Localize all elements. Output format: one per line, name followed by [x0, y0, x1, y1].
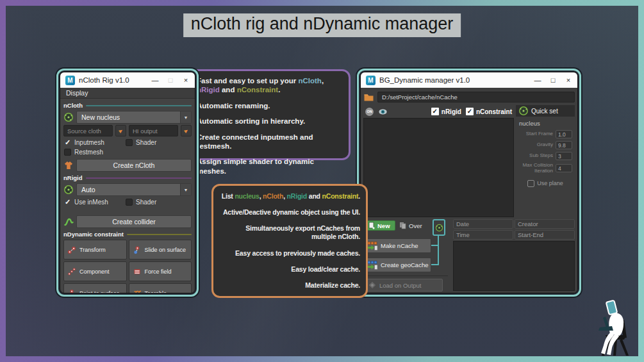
maximize-button[interactable]: □ — [163, 76, 178, 84]
new-cache-button[interactable]: New — [366, 220, 395, 231]
over-pages-icon — [399, 222, 407, 229]
check-icon: ✓ — [466, 108, 474, 115]
transform-constraint-icon — [67, 245, 76, 254]
start-frame-label: Start Frame — [521, 131, 553, 137]
connector-line — [431, 264, 438, 265]
cache-path-field[interactable]: D:/setProject/cache/nCache — [377, 92, 575, 103]
pick-output-button[interactable]: ► — [181, 125, 192, 136]
checkbox-use-inmesh[interactable]: ✓ Use inMesh — [63, 198, 125, 206]
create-collider-button[interactable]: Create collider — [76, 215, 192, 228]
note-line: Automatic sorting in hierarchy. — [197, 117, 343, 126]
cache-table: Date Creator Time Start-End — [453, 219, 575, 291]
rigid-mode-dropdown[interactable]: Auto ▼ — [76, 183, 192, 196]
sub-steps-field[interactable]: 3 — [556, 152, 572, 160]
cache-actions-panel: New Over Make nCache Create — [363, 219, 450, 291]
check-icon: ✓ — [63, 138, 72, 147]
filter-nrigid-checkbox[interactable]: ✓ nRigid — [431, 108, 461, 115]
gravity-label: Gravity — [521, 142, 553, 148]
pick-arrow-icon: ► — [182, 126, 190, 135]
manager-titlebar[interactable]: M BG_Dynamic manager v1.0 — □ × — [361, 72, 577, 88]
ncache-icon — [367, 241, 378, 251]
reading-person-logo — [590, 298, 638, 358]
window-title: nCloth Rig v1.0 — [79, 76, 129, 84]
make-ncache-button[interactable]: Make nCache — [365, 238, 431, 253]
nucleus-icon — [518, 106, 529, 116]
filter-nconstraint-checkbox[interactable]: ✓ nConstraint — [466, 108, 512, 115]
nucleus-icon — [63, 112, 74, 122]
checkbox-empty — [126, 139, 133, 146]
hi-output-field[interactable]: HI output — [129, 125, 178, 136]
check-icon: ✓ — [431, 108, 439, 115]
constraint-tearable-button[interactable]: Tearable — [129, 283, 192, 293]
quick-set-header[interactable]: Quick set — [516, 105, 575, 117]
point-to-surface-constraint-icon — [67, 289, 76, 294]
nucleus-accent: nucleus — [235, 192, 259, 200]
section-ncloth[interactable]: nCloth — [63, 101, 192, 110]
table-header-date: Date — [453, 219, 513, 229]
component-constraint-icon — [67, 267, 76, 276]
max-collision-iteration-field[interactable]: 4 — [556, 164, 572, 172]
constraint-component-button[interactable]: Component — [63, 261, 127, 281]
section-nrigid[interactable]: nRigid — [63, 174, 192, 182]
nucleus-dropdown[interactable]: New nucleus ▼ — [76, 111, 192, 124]
new-page-icon — [368, 222, 376, 229]
pick-source-button[interactable]: ► — [115, 125, 126, 136]
on-toggle-icon[interactable]: ON — [365, 108, 374, 116]
maya-app-icon: M — [366, 76, 376, 85]
cache-list[interactable] — [453, 241, 575, 291]
ncloth-rig-window: M nCloth Rig v1.0 — □ × Display nCloth N… — [56, 69, 199, 297]
chevron-down-icon: ▼ — [180, 184, 191, 195]
connector-line — [438, 236, 439, 265]
dynamic-object-list[interactable] — [363, 118, 514, 217]
geocache-icon — [367, 260, 378, 270]
load-on-output-button[interactable]: Load on Output — [365, 279, 443, 292]
checkbox-shader-cloth[interactable]: Shader — [125, 139, 156, 146]
divider — [363, 276, 448, 276]
note-line: Easy load/clear cache. — [219, 265, 360, 274]
slide-on-surface-constraint-icon — [133, 245, 142, 254]
ncloth-rig-titlebar[interactable]: M nCloth Rig v1.0 — □ × — [60, 72, 195, 88]
source-cloth-field[interactable]: Source cloth — [63, 125, 113, 136]
collider-icon — [63, 217, 74, 227]
checkbox-inputmesh[interactable]: ✓ Inputmesh — [63, 138, 125, 147]
nucleus-icon — [63, 185, 74, 195]
start-frame-field[interactable]: 1.0 — [556, 130, 572, 138]
use-plane-checkbox[interactable]: Use plane — [516, 180, 575, 187]
maximize-button[interactable]: □ — [545, 76, 561, 84]
check-icon: ✓ — [63, 198, 72, 206]
folder-icon[interactable] — [363, 92, 374, 102]
minimize-button[interactable]: — — [147, 76, 163, 84]
max-collision-iteration-label: Max Collision Iteration — [521, 163, 553, 174]
constraint-transform-button[interactable]: Transform — [63, 240, 127, 259]
sub-steps-label: Sub Steps — [521, 153, 553, 159]
close-button[interactable]: × — [178, 76, 194, 84]
checkbox-restmesh[interactable]: Restmesh — [63, 149, 103, 156]
note-line: Active/Deactive dynamic object using the… — [219, 208, 360, 217]
note-line: List nucleus, nCloth, nRigid and nConstr… — [219, 192, 360, 201]
minimize-button[interactable]: — — [530, 76, 545, 84]
menu-display[interactable]: Display — [66, 89, 88, 97]
pick-arrow-icon: ► — [117, 126, 125, 135]
constraint-force-field-button[interactable]: Force field — [129, 261, 192, 281]
nucleus-label: nucleus — [516, 117, 575, 129]
close-button[interactable]: × — [561, 76, 576, 84]
over-cache-option[interactable]: Over — [399, 220, 422, 231]
maya-app-icon: M — [65, 76, 75, 85]
tshirt-icon — [63, 160, 74, 170]
section-ndynamic-constraint[interactable]: nDynamic constraint — [63, 230, 192, 238]
note-line: Materialize cache. — [219, 281, 360, 290]
eye-visibility-icon[interactable] — [378, 108, 388, 115]
nrigid-accent: nRigid — [287, 192, 307, 200]
gravity-field[interactable]: 9.8 — [556, 141, 572, 149]
nucleus-link-button[interactable] — [433, 219, 445, 236]
constraint-slide-on-surface-button[interactable]: Slide on surface — [129, 240, 192, 259]
checkbox-shader-rigid[interactable]: Shader — [125, 199, 156, 206]
note-line: Create connected inputmesh and restmesh. — [197, 133, 343, 151]
nucleus-icon — [435, 224, 443, 232]
note-line: Fast and easy to set up your nCloth, nRi… — [197, 76, 343, 95]
constraint-point-to-surface-button[interactable]: Point to surface — [63, 283, 127, 293]
create-ncloth-button[interactable]: Create nCloth — [76, 159, 192, 172]
quick-set-panel: Quick set nucleus Start Frame 1.0 Gravit… — [516, 105, 575, 217]
nconstraint-accent: nConstraint — [237, 86, 279, 94]
create-geocache-button[interactable]: Create geoCache — [365, 258, 431, 272]
